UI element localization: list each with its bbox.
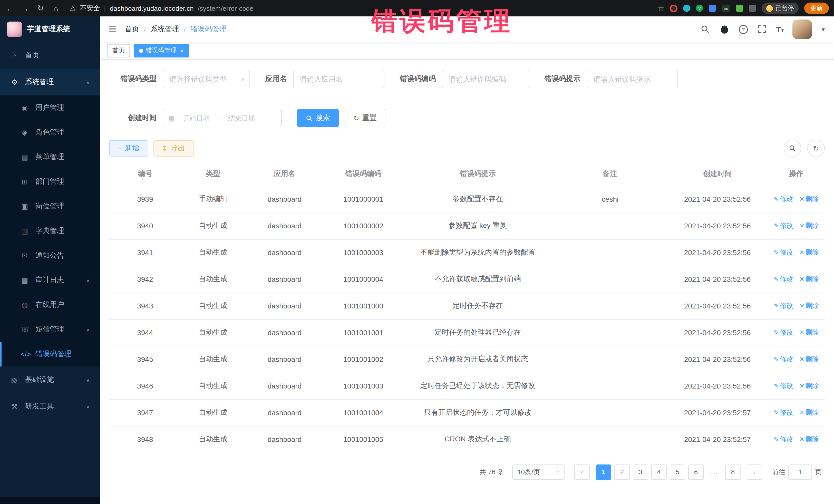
avatar[interactable] [792, 20, 812, 39]
sidebar-item-errorcode[interactable]: </>错误码管理 [0, 342, 100, 367]
browser-update-button[interactable]: 更新 [804, 3, 829, 14]
sidebar-item-home[interactable]: ⌂首页 [0, 42, 100, 69]
reset-button[interactable]: ↻ 重置 [345, 109, 386, 127]
edit-link[interactable]: ✎修改 [774, 302, 793, 309]
filter-label: 错误码编码 [400, 74, 436, 84]
browser-extension-icon[interactable] [709, 5, 716, 12]
edit-link[interactable]: ✎修改 [774, 435, 793, 443]
font-size-icon[interactable]: TT [776, 25, 784, 34]
delete-link[interactable]: ✕删除 [799, 328, 819, 336]
error-type-select[interactable]: ∨ [163, 70, 250, 88]
tab-home[interactable]: 首页 [107, 44, 130, 57]
browser-extension-icon[interactable] [670, 4, 678, 12]
cell-hint: 定时任务不存在 [403, 292, 553, 319]
page-button-8[interactable]: 8 [725, 464, 741, 480]
add-button[interactable]: + 新增 [109, 140, 148, 156]
help-icon[interactable]: ? [738, 24, 749, 35]
goto-page-input[interactable] [788, 464, 812, 480]
sidebar-item-online[interactable]: ◍在线用户 [0, 292, 100, 317]
address-bar[interactable]: ⚠ 不安全 | dashboard.yudao.iocoder.cn/syste… [70, 4, 254, 13]
sidebar-item-sms[interactable]: ☏短信管理∨ [0, 317, 100, 342]
breadcrumb-item[interactable]: 首页 [125, 25, 139, 34]
delete-link[interactable]: ✕删除 [799, 382, 819, 390]
create-time-range[interactable]: ▦ - [163, 109, 282, 127]
edit-link[interactable]: ✎修改 [774, 195, 793, 203]
close-icon[interactable]: × [180, 47, 184, 54]
delete-link[interactable]: ✕删除 [799, 248, 819, 256]
chevron-down-icon[interactable]: ▼ [821, 26, 826, 32]
delete-link[interactable]: ✕删除 [799, 195, 819, 203]
page-size-select[interactable]: 10条/页 ∨ [512, 464, 565, 480]
delete-link[interactable]: ✕删除 [799, 355, 819, 363]
sidebar-item-devtools[interactable]: ⚒研发工具∨ [0, 393, 100, 420]
sidebar-item-dept[interactable]: ⊞部门管理 [0, 169, 100, 194]
sidebar-item-menu[interactable]: ▤菜单管理 [0, 145, 100, 169]
fullscreen-icon[interactable] [757, 24, 768, 35]
page-button-3[interactable]: 3 [633, 464, 648, 480]
edit-link[interactable]: ✎修改 [774, 222, 793, 229]
github-icon[interactable] [719, 24, 729, 35]
edit-link[interactable]: ✎修改 [774, 409, 793, 416]
sidebar-item-role[interactable]: ◈角色管理 [0, 120, 100, 145]
url-domain[interactable]: dashboard.yudao.iocoder.cn [110, 4, 194, 12]
logo[interactable]: 芋道管理系统 [0, 17, 100, 42]
sidebar-item-infra[interactable]: ▧基础设施∨ [0, 367, 100, 393]
prev-page-button[interactable]: ‹ [574, 464, 590, 480]
toggle-search-button[interactable] [784, 139, 801, 157]
sidebar-collapse-bar[interactable] [0, 497, 100, 504]
sidebar-item-system[interactable]: ⚙系统管理∧ [0, 69, 100, 95]
tab-error-code[interactable]: 错误码管理 × [134, 44, 189, 57]
back-icon[interactable]: ← [5, 4, 14, 13]
home-icon[interactable]: ⌂ [51, 4, 61, 13]
sidebar-item-notice[interactable]: ✉通知公告 [0, 243, 100, 268]
page-button-6[interactable]: 6 [688, 464, 704, 480]
search-button[interactable]: 搜索 [297, 109, 339, 127]
edit-link[interactable]: ✎修改 [774, 355, 793, 363]
error-code-input[interactable] [442, 70, 529, 88]
error-hint-input[interactable] [587, 70, 678, 88]
delete-link[interactable]: ✕删除 [799, 302, 819, 309]
page-button-5[interactable]: 5 [670, 464, 685, 480]
error-type-select-input[interactable] [163, 70, 250, 88]
browser-extension-icon[interactable] [683, 5, 690, 12]
delete-link[interactable]: ✕删除 [799, 435, 819, 443]
browser-extension-icon[interactable]: on [722, 5, 730, 12]
forward-icon[interactable]: → [21, 4, 30, 13]
sidebar-item-audit[interactable]: ▦审计日志∨ [0, 268, 100, 292]
next-page-button[interactable]: › [747, 464, 762, 480]
column-header: 操作 [768, 162, 825, 186]
extensions-puzzle-icon[interactable] [749, 5, 756, 12]
export-button[interactable]: ↧ 导出 [153, 140, 194, 156]
delete-link[interactable]: ✕删除 [799, 409, 819, 416]
refresh-icon[interactable]: ↻ [36, 4, 45, 13]
url-path[interactable]: /system/error-code [198, 4, 254, 12]
edit-link[interactable]: ✎修改 [774, 382, 793, 390]
start-date-input[interactable] [178, 114, 215, 122]
goto-label: 前往 [772, 467, 785, 477]
search-icon[interactable] [700, 24, 710, 35]
refresh-table-button[interactable]: ↻ [807, 139, 825, 157]
page-button-2[interactable]: 2 [614, 464, 630, 480]
app-name-input[interactable] [293, 70, 385, 88]
pager-ellipsis[interactable]: ... [707, 464, 722, 480]
toolbar-right: ↻ [784, 139, 825, 157]
edit-link[interactable]: ✎修改 [774, 328, 793, 336]
delete-link[interactable]: ✕删除 [799, 275, 819, 283]
edit-link[interactable]: ✎修改 [774, 275, 793, 283]
sidebar-item-user[interactable]: ◉用户管理 [0, 95, 100, 120]
browser-extension-icon[interactable] [736, 5, 743, 12]
paused-badge[interactable]: 已暂停 [762, 3, 798, 14]
end-date-input[interactable] [223, 114, 260, 122]
security-label[interactable]: 不安全 [80, 4, 100, 13]
browser-extension-icon[interactable]: V [696, 5, 703, 12]
breadcrumb-item[interactable]: 系统管理 [150, 25, 179, 34]
hamburger-icon[interactable]: ☰ [108, 24, 116, 35]
bookmark-star-icon[interactable]: ☆ [658, 4, 664, 12]
cell-app: dashboard [245, 266, 324, 292]
edit-link[interactable]: ✎修改 [774, 248, 793, 256]
sidebar-item-dict[interactable]: ▥字典管理 [0, 219, 100, 243]
sidebar-item-post[interactable]: ▣岗位管理 [0, 194, 100, 219]
delete-link[interactable]: ✕删除 [799, 222, 819, 229]
page-button-1[interactable]: 1 [596, 464, 611, 480]
page-button-4[interactable]: 4 [651, 464, 667, 480]
